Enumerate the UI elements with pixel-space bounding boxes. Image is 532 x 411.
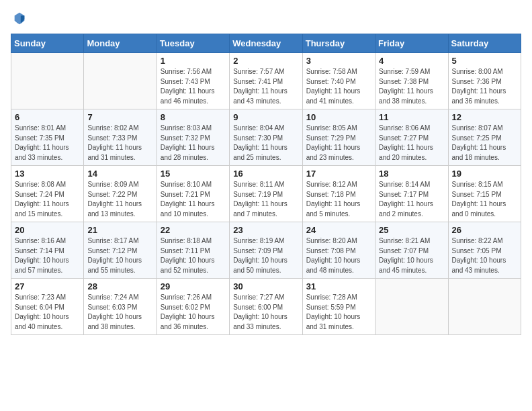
- day-number: 29: [161, 281, 226, 291]
- day-number: 18: [379, 169, 444, 179]
- day-info: Sunrise: 8:09 AMSunset: 7:22 PMDaylight:…: [87, 180, 152, 219]
- calendar-day-cell: 9Sunrise: 8:04 AMSunset: 7:30 PMDaylight…: [230, 109, 302, 166]
- calendar-day-cell: 28Sunrise: 7:24 AMSunset: 6:03 PMDayligh…: [84, 279, 157, 335]
- day-number: 15: [161, 169, 226, 179]
- day-number: 12: [452, 112, 517, 122]
- day-info: Sunrise: 8:19 AMSunset: 7:09 PMDaylight:…: [233, 236, 298, 275]
- day-number: 2: [233, 56, 298, 66]
- day-number: 31: [306, 281, 371, 291]
- day-number: 21: [87, 225, 152, 235]
- weekday-header-cell: Wednesday: [230, 34, 302, 53]
- calendar-week-row: 27Sunrise: 7:23 AMSunset: 6:04 PMDayligh…: [11, 279, 521, 335]
- day-info: Sunrise: 8:03 AMSunset: 7:32 PMDaylight:…: [161, 124, 226, 163]
- weekday-header-cell: Saturday: [448, 34, 521, 53]
- day-info: Sunrise: 8:15 AMSunset: 7:15 PMDaylight:…: [452, 180, 517, 219]
- day-number: 5: [452, 56, 517, 66]
- day-number: 8: [161, 112, 226, 122]
- day-number: 17: [306, 169, 371, 179]
- calendar-day-cell: 8Sunrise: 8:03 AMSunset: 7:32 PMDaylight…: [157, 109, 229, 166]
- day-number: 9: [233, 112, 298, 122]
- day-number: 30: [233, 281, 298, 291]
- day-info: Sunrise: 8:21 AMSunset: 7:07 PMDaylight:…: [379, 236, 444, 275]
- day-info: Sunrise: 7:56 AMSunset: 7:43 PMDaylight:…: [161, 67, 226, 106]
- day-info: Sunrise: 8:18 AMSunset: 7:11 PMDaylight:…: [161, 236, 226, 275]
- day-info: Sunrise: 8:22 AMSunset: 7:05 PMDaylight:…: [452, 236, 517, 275]
- day-info: Sunrise: 8:14 AMSunset: 7:17 PMDaylight:…: [379, 180, 444, 219]
- day-number: 13: [15, 169, 80, 179]
- day-info: Sunrise: 8:20 AMSunset: 7:08 PMDaylight:…: [306, 236, 371, 275]
- weekday-header-cell: Thursday: [302, 34, 375, 53]
- day-info: Sunrise: 8:06 AMSunset: 7:27 PMDaylight:…: [379, 124, 444, 163]
- day-number: 24: [306, 225, 371, 235]
- day-info: Sunrise: 7:27 AMSunset: 6:00 PMDaylight:…: [233, 293, 298, 332]
- calendar-day-cell: 18Sunrise: 8:14 AMSunset: 7:17 PMDayligh…: [375, 166, 448, 222]
- day-number: 6: [15, 112, 80, 122]
- calendar-week-row: 20Sunrise: 8:16 AMSunset: 7:14 PMDayligh…: [11, 222, 521, 279]
- calendar-week-row: 1Sunrise: 7:56 AMSunset: 7:43 PMDaylight…: [11, 53, 521, 109]
- day-number: 20: [15, 225, 80, 235]
- day-number: 10: [306, 112, 371, 122]
- weekday-header-cell: Sunday: [11, 34, 84, 53]
- day-number: 7: [87, 112, 152, 122]
- day-info: Sunrise: 8:04 AMSunset: 7:30 PMDaylight:…: [233, 124, 298, 163]
- calendar-day-cell: 7Sunrise: 8:02 AMSunset: 7:33 PMDaylight…: [84, 109, 157, 166]
- weekday-header-cell: Friday: [375, 34, 448, 53]
- calendar-day-cell: 25Sunrise: 8:21 AMSunset: 7:07 PMDayligh…: [375, 222, 448, 279]
- day-info: Sunrise: 7:58 AMSunset: 7:40 PMDaylight:…: [306, 67, 371, 106]
- calendar-day-cell: 6Sunrise: 8:01 AMSunset: 7:35 PMDaylight…: [11, 109, 84, 166]
- calendar-day-cell: [448, 279, 521, 335]
- calendar-day-cell: 11Sunrise: 8:06 AMSunset: 7:27 PMDayligh…: [375, 109, 448, 166]
- day-info: Sunrise: 8:00 AMSunset: 7:36 PMDaylight:…: [452, 67, 517, 106]
- calendar-day-cell: 30Sunrise: 7:27 AMSunset: 6:00 PMDayligh…: [230, 279, 302, 335]
- day-number: 22: [161, 225, 226, 235]
- calendar-day-cell: 23Sunrise: 8:19 AMSunset: 7:09 PMDayligh…: [230, 222, 302, 279]
- calendar-day-cell: 10Sunrise: 8:05 AMSunset: 7:29 PMDayligh…: [302, 109, 375, 166]
- calendar-day-cell: 24Sunrise: 8:20 AMSunset: 7:08 PMDayligh…: [302, 222, 375, 279]
- logo-icon: [12, 11, 27, 26]
- day-info: Sunrise: 8:11 AMSunset: 7:19 PMDaylight:…: [233, 180, 298, 219]
- calendar-day-cell: 3Sunrise: 7:58 AMSunset: 7:40 PMDaylight…: [302, 53, 375, 109]
- weekday-header-cell: Monday: [84, 34, 157, 53]
- day-number: 1: [161, 56, 226, 66]
- calendar-day-cell: [375, 279, 448, 335]
- day-info: Sunrise: 8:17 AMSunset: 7:12 PMDaylight:…: [87, 236, 152, 275]
- header: [11, 11, 521, 26]
- calendar-day-cell: [84, 53, 157, 109]
- calendar-week-row: 6Sunrise: 8:01 AMSunset: 7:35 PMDaylight…: [11, 109, 521, 166]
- calendar-table: SundayMondayTuesdayWednesdayThursdayFrid…: [11, 34, 521, 335]
- calendar-day-cell: 21Sunrise: 8:17 AMSunset: 7:12 PMDayligh…: [84, 222, 157, 279]
- day-info: Sunrise: 7:23 AMSunset: 6:04 PMDaylight:…: [15, 293, 80, 332]
- day-number: 28: [87, 281, 152, 291]
- calendar-body: 1Sunrise: 7:56 AMSunset: 7:43 PMDaylight…: [11, 53, 521, 335]
- day-number: 23: [233, 225, 298, 235]
- day-number: 3: [306, 56, 371, 66]
- day-number: 19: [452, 169, 517, 179]
- day-number: 27: [15, 281, 80, 291]
- day-number: 11: [379, 112, 444, 122]
- day-info: Sunrise: 8:16 AMSunset: 7:14 PMDaylight:…: [15, 236, 80, 275]
- day-info: Sunrise: 8:02 AMSunset: 7:33 PMDaylight:…: [87, 124, 152, 163]
- day-number: 26: [452, 225, 517, 235]
- calendar-day-cell: 14Sunrise: 8:09 AMSunset: 7:22 PMDayligh…: [84, 166, 157, 222]
- weekday-header-cell: Tuesday: [157, 34, 229, 53]
- calendar-day-cell: 2Sunrise: 7:57 AMSunset: 7:41 PMDaylight…: [230, 53, 302, 109]
- day-number: 16: [233, 169, 298, 179]
- day-number: 4: [379, 56, 444, 66]
- calendar-day-cell: 27Sunrise: 7:23 AMSunset: 6:04 PMDayligh…: [11, 279, 84, 335]
- day-info: Sunrise: 8:12 AMSunset: 7:18 PMDaylight:…: [306, 180, 371, 219]
- calendar-day-cell: 16Sunrise: 8:11 AMSunset: 7:19 PMDayligh…: [230, 166, 302, 222]
- calendar-day-cell: 17Sunrise: 8:12 AMSunset: 7:18 PMDayligh…: [302, 166, 375, 222]
- calendar-day-cell: 29Sunrise: 7:26 AMSunset: 6:02 PMDayligh…: [157, 279, 229, 335]
- day-number: 25: [379, 225, 444, 235]
- day-info: Sunrise: 8:08 AMSunset: 7:24 PMDaylight:…: [15, 180, 80, 219]
- day-info: Sunrise: 7:24 AMSunset: 6:03 PMDaylight:…: [87, 293, 152, 332]
- calendar-day-cell: 1Sunrise: 7:56 AMSunset: 7:43 PMDaylight…: [157, 53, 229, 109]
- day-info: Sunrise: 8:07 AMSunset: 7:25 PMDaylight:…: [452, 124, 517, 163]
- calendar-day-cell: 20Sunrise: 8:16 AMSunset: 7:14 PMDayligh…: [11, 222, 84, 279]
- calendar-day-cell: 12Sunrise: 8:07 AMSunset: 7:25 PMDayligh…: [448, 109, 521, 166]
- day-info: Sunrise: 7:59 AMSunset: 7:38 PMDaylight:…: [379, 67, 444, 106]
- day-info: Sunrise: 7:57 AMSunset: 7:41 PMDaylight:…: [233, 67, 298, 106]
- calendar-week-row: 13Sunrise: 8:08 AMSunset: 7:24 PMDayligh…: [11, 166, 521, 222]
- calendar-day-cell: 5Sunrise: 8:00 AMSunset: 7:36 PMDaylight…: [448, 53, 521, 109]
- calendar-day-cell: 15Sunrise: 8:10 AMSunset: 7:21 PMDayligh…: [157, 166, 229, 222]
